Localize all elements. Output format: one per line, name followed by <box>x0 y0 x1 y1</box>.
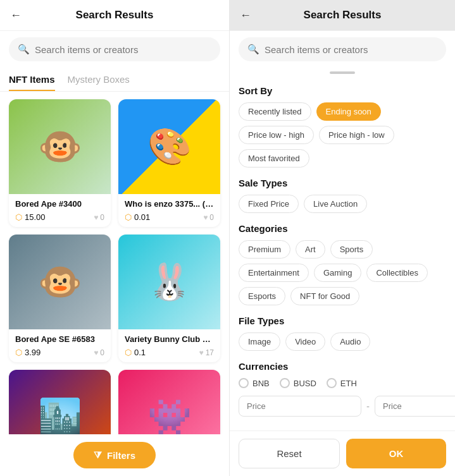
left-back-button[interactable]: ← <box>10 9 22 22</box>
cat-chip-nft_for_good[interactable]: NFT for Good <box>290 287 359 305</box>
sale-types-title: Sale Types <box>239 178 446 188</box>
nft-name: Who is enzo 3375... (U... <box>125 199 214 209</box>
cat-chip-collectibles[interactable]: Collectibles <box>366 264 427 282</box>
fav-count: 17 <box>206 348 214 357</box>
ok-button[interactable]: OK <box>346 439 446 468</box>
fav-count: 0 <box>100 213 104 222</box>
heart-icon: ♥ <box>203 213 208 222</box>
tab-mystery-boxes[interactable]: Mystery Boxes <box>68 68 130 91</box>
nft-grid-container: 🐵 Bored Ape #3400 ⬡ 15.00 ♥ 0 🎨 Who is e… <box>0 92 229 434</box>
categories-chips: PremiumArtSportsEntertainmentGamingColle… <box>239 240 446 305</box>
nft-info: Who is enzo 3375... (U... ⬡ 0.01 ♥ 0 <box>118 194 220 227</box>
right-panel: ← Search Results 🔍 Sort By Recently list… <box>229 0 455 476</box>
right-search-input[interactable] <box>265 44 437 55</box>
nft-image: 🏙️ <box>9 370 111 434</box>
nft-card[interactable]: 🐵 Bored Ape SE #6583 ⬡ 3.99 ♥ 0 <box>9 235 111 362</box>
indicator-bar <box>330 71 355 74</box>
filters-button-wrap: ⧩ Filters <box>0 434 229 476</box>
coin-icon: ⬡ <box>125 212 132 222</box>
nft-info: Bored Ape SE #6583 ⬡ 3.99 ♥ 0 <box>9 329 111 362</box>
reset-button[interactable]: Reset <box>239 439 340 468</box>
price-range: - <box>239 396 446 417</box>
currency-label: BNB <box>252 379 270 388</box>
price-to-input[interactable] <box>375 396 455 417</box>
right-search-icon: 🔍 <box>247 44 259 55</box>
cat-chip-art[interactable]: Art <box>296 240 325 259</box>
bottom-actions: Reset OK <box>230 430 455 476</box>
nft-card[interactable]: 🎨 Who is enzo 3375... (U... ⬡ 0.01 ♥ 0 <box>118 99 220 227</box>
currency-radio-busd[interactable]: BUSD <box>280 378 316 388</box>
currency-radio-bnb[interactable]: BNB <box>239 378 270 388</box>
nft-card[interactable]: 👾 Pixel Character ⬡ 1.20 ♥ 5 <box>118 370 220 434</box>
nft-image: 🐵 <box>9 235 111 329</box>
nft-grid: 🐵 Bored Ape #3400 ⬡ 15.00 ♥ 0 🎨 Who is e… <box>9 99 220 434</box>
tab-nft-items[interactable]: NFT Items <box>9 68 55 91</box>
nft-favorites: ♥ 0 <box>94 213 104 222</box>
nft-name: Bored Ape SE #6583 <box>15 334 104 344</box>
price-range-dash: - <box>366 401 370 412</box>
sort-chip-price_low_high[interactable]: Price low - high <box>239 126 314 144</box>
nft-image: 🐰 <box>118 235 220 329</box>
filter-content: Sort By Recently listedEnding soonPrice … <box>230 75 455 430</box>
nft-price: ⬡ 3.99 <box>15 348 41 357</box>
coin-icon: ⬡ <box>15 212 22 222</box>
sale-chip-live_auction[interactable]: Live Auction <box>304 195 367 213</box>
sort-chip-recently_listed[interactable]: Recently listed <box>239 102 311 121</box>
nft-card[interactable]: 🏙️ City Lights ⬡ 5.00 ♥ 3 <box>9 370 111 434</box>
nft-info: Variety Bunny Club #01 ⬡ 0.1 ♥ 17 <box>118 329 220 362</box>
sheet-indicator <box>230 68 455 75</box>
nft-meta: ⬡ 0.1 ♥ 17 <box>125 348 214 357</box>
cat-chip-sports[interactable]: Sports <box>330 240 373 259</box>
currency-label: ETH <box>340 379 357 388</box>
left-search-bar: 🔍 <box>9 37 220 61</box>
nft-favorites: ♥ 17 <box>199 348 214 357</box>
right-search-bar: 🔍 <box>239 37 446 61</box>
file-types-title: File Types <box>239 315 446 326</box>
currency-radio-eth[interactable]: ETH <box>327 378 357 388</box>
filters-button[interactable]: ⧩ Filters <box>73 442 156 468</box>
filter-icon: ⧩ <box>94 449 102 461</box>
sort-chip-price_high_low[interactable]: Price high - low <box>319 126 394 144</box>
nft-card[interactable]: 🐵 Bored Ape #3400 ⬡ 15.00 ♥ 0 <box>9 99 111 227</box>
cat-chip-esports[interactable]: Esports <box>239 287 285 305</box>
nft-image: 🐵 <box>9 99 111 194</box>
coin-icon: ⬡ <box>15 348 22 357</box>
heart-icon: ♥ <box>199 348 204 357</box>
filters-label: Filters <box>107 450 135 461</box>
cat-chip-entertainment[interactable]: Entertainment <box>239 264 309 282</box>
fav-count: 0 <box>100 348 104 357</box>
radio-circle <box>327 378 337 388</box>
sale-chip-fixed_price[interactable]: Fixed Price <box>239 195 299 213</box>
currency-label: BUSD <box>294 379 316 388</box>
right-header: ← Search Results <box>230 0 455 31</box>
file-chip-video[interactable]: Video <box>285 333 325 351</box>
nft-price: ⬡ 0.01 <box>125 212 150 222</box>
left-header: ← Search Results <box>0 0 229 31</box>
sort-chip-ending_soon[interactable]: Ending soon <box>316 102 381 121</box>
file-chip-image[interactable]: Image <box>239 333 280 351</box>
radio-circle <box>280 378 290 388</box>
cat-chip-premium[interactable]: Premium <box>239 240 290 259</box>
nft-meta: ⬡ 15.00 ♥ 0 <box>15 212 104 222</box>
nft-price: ⬡ 0.1 <box>125 348 146 357</box>
file-chip-audio[interactable]: Audio <box>330 333 370 351</box>
left-header-title: Search Results <box>76 9 154 21</box>
nft-name: Bored Ape #3400 <box>15 199 104 209</box>
sale-types-chips: Fixed PriceLive Auction <box>239 195 446 213</box>
nft-price: ⬡ 15.00 <box>15 212 46 222</box>
tabs: NFT Items Mystery Boxes <box>0 68 229 92</box>
price-from-input[interactable] <box>239 396 361 417</box>
currencies-radio-group: BNB BUSD ETH <box>239 378 446 388</box>
currencies-title: Currencies <box>239 361 446 372</box>
nft-image: 👾 <box>118 370 220 434</box>
right-back-button[interactable]: ← <box>240 9 251 22</box>
search-input[interactable] <box>35 44 211 55</box>
radio-circle <box>239 378 249 388</box>
nft-card[interactable]: 🐰 Variety Bunny Club #01 ⬡ 0.1 ♥ 17 <box>118 235 220 362</box>
sort-chip-most_favorited[interactable]: Most favorited <box>239 149 309 168</box>
price-value: 15.00 <box>25 212 46 222</box>
cat-chip-gaming[interactable]: Gaming <box>314 264 362 282</box>
right-header-title: Search Results <box>304 9 382 21</box>
categories-title: Categories <box>239 223 446 234</box>
file-types-chips: ImageVideoAudio <box>239 333 446 351</box>
